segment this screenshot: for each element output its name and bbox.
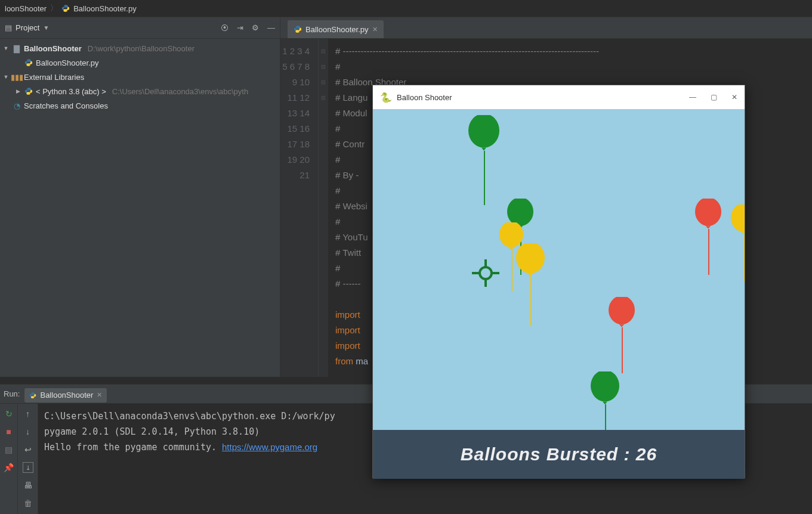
- run-toolbar-secondary: ↑ ↓ ↩ ⤓ 🖶 🗑: [18, 404, 38, 514]
- balloon[interactable]: [731, 205, 745, 236]
- svg-point-10: [591, 371, 619, 401]
- game-score-bar: Balloons Bursted : 26: [373, 430, 745, 479]
- balloon[interactable]: [516, 243, 545, 278]
- rerun-icon[interactable]: ↻: [4, 408, 14, 419]
- svg-point-16: [480, 267, 492, 279]
- tree-label: BalloonShooter.py: [36, 58, 99, 67]
- python-icon: [24, 58, 33, 67]
- pin-icon[interactable]: 📌: [4, 462, 14, 473]
- down-icon[interactable]: ↓: [23, 426, 33, 437]
- tree-label: < Python 3.8 (abc) >: [36, 87, 106, 96]
- balloon[interactable]: [468, 115, 499, 152]
- tree-label: Scratches and Consoles: [24, 101, 108, 110]
- folder-icon: ▇: [12, 44, 21, 53]
- close-icon[interactable]: ✕: [372, 26, 378, 33]
- python-icon: [294, 25, 302, 33]
- score-label: Balloons Bursted :: [461, 444, 631, 465]
- locate-icon[interactable]: ⦿: [221, 23, 229, 32]
- chevron-right-icon[interactable]: ▶: [14, 88, 21, 94]
- scroll-to-end-icon[interactable]: ⤓: [23, 462, 33, 473]
- hide-icon[interactable]: —: [267, 23, 275, 32]
- libraries-icon: ▮▮▮: [12, 72, 21, 82]
- close-icon[interactable]: ✕: [731, 93, 737, 101]
- balloon[interactable]: [695, 199, 721, 230]
- chevron-down-icon[interactable]: ▼: [43, 24, 49, 31]
- breadcrumb-project[interactable]: loonShooter: [5, 4, 47, 13]
- trash-icon[interactable]: 🗑: [23, 498, 33, 509]
- chevron-down-icon[interactable]: ▼: [2, 45, 10, 51]
- up-icon[interactable]: ↑: [23, 408, 33, 419]
- close-icon[interactable]: ✕: [97, 391, 102, 399]
- tree-path: C:\Users\Dell\anaconda3\envs\abc\pyth: [112, 87, 248, 96]
- run-tab[interactable]: BalloonShooter ✕: [24, 388, 107, 402]
- chevron-down-icon[interactable]: ▼: [2, 74, 10, 80]
- sidebar-header: ▤ Project ▼ ⦿ ⇥ ⚙ —: [0, 17, 280, 39]
- tree-scratches[interactable]: ◔ Scratches and Consoles: [0, 98, 280, 113]
- run-toolbar-primary: ↻ ■ ▤ 📌: [0, 404, 18, 514]
- svg-point-0: [468, 115, 499, 148]
- python-icon: [61, 4, 70, 13]
- scratches-icon: ◔: [12, 101, 21, 110]
- project-tree[interactable]: ▼ ▇ BalloonShooter D:\work\python\Balloo…: [0, 39, 280, 377]
- stop-icon[interactable]: ■: [4, 426, 14, 437]
- layout-icon[interactable]: ▤: [4, 444, 14, 455]
- svg-point-6: [516, 243, 545, 273]
- editor-tabs: BalloonShooter.py ✕: [280, 17, 812, 39]
- balloon[interactable]: [609, 297, 635, 329]
- tree-label: External Libraries: [24, 73, 84, 82]
- game-titlebar[interactable]: 🐍 Balloon Shooter — ▢ ✕: [373, 85, 745, 109]
- maximize-icon[interactable]: ▢: [711, 93, 717, 101]
- score-value: 26: [636, 444, 657, 465]
- gutter: 1 2 3 4 5 6 7 8 9 10 11 12 13 14 15 16 1…: [280, 39, 319, 377]
- breadcrumb-file[interactable]: BalloonShooter.py: [73, 4, 137, 13]
- game-title: Balloon Shooter: [397, 93, 452, 102]
- tree-root[interactable]: ▼ ▇ BalloonShooter D:\work\python\Balloo…: [0, 41, 280, 55]
- chevron-right-icon: 〉: [50, 3, 58, 14]
- tree-external[interactable]: ▼ ▮▮▮ External Libraries: [0, 70, 280, 84]
- collapse-icon[interactable]: ⇥: [237, 23, 243, 32]
- balloon[interactable]: [591, 371, 619, 406]
- project-view-icon: ▤: [5, 23, 12, 32]
- run-tab-label: BalloonShooter: [40, 391, 93, 400]
- soft-wrap-icon[interactable]: ↩: [23, 444, 33, 455]
- minimize-icon[interactable]: —: [689, 93, 696, 101]
- python-icon: [24, 86, 33, 96]
- game-canvas[interactable]: [373, 109, 745, 430]
- crosshair[interactable]: [471, 258, 501, 288]
- fold-gutter: ⊟ ⊟ ⊟ ⊟: [319, 39, 328, 377]
- svg-point-8: [609, 297, 635, 324]
- game-window: 🐍 Balloon Shooter — ▢ ✕ Balloons Bursted…: [372, 85, 745, 478]
- tree-python-env[interactable]: ▶ < Python 3.8 (abc) > C:\Users\Dell\ana…: [0, 84, 280, 98]
- tree-label: BalloonShooter: [24, 44, 82, 53]
- pygame-icon: 🐍: [380, 92, 392, 103]
- project-sidebar: ▤ Project ▼ ⦿ ⇥ ⚙ — ▼ ▇ BalloonShooter D…: [0, 17, 280, 377]
- print-icon[interactable]: 🖶: [23, 480, 33, 491]
- svg-point-14: [731, 205, 745, 232]
- python-icon: [29, 392, 36, 399]
- breadcrumb: loonShooter 〉 BalloonShooter.py: [0, 0, 812, 17]
- gear-icon[interactable]: ⚙: [252, 23, 259, 32]
- tab-label: BalloonShooter.py: [305, 25, 369, 34]
- sidebar-title[interactable]: Project: [16, 23, 39, 32]
- run-panel-title: Run:: [4, 389, 20, 398]
- tree-file[interactable]: BalloonShooter.py: [0, 55, 280, 70]
- svg-point-12: [695, 199, 721, 226]
- editor-tab[interactable]: BalloonShooter.py ✕: [288, 20, 384, 38]
- tree-path: D:\work\python\BalloonShooter: [88, 44, 194, 53]
